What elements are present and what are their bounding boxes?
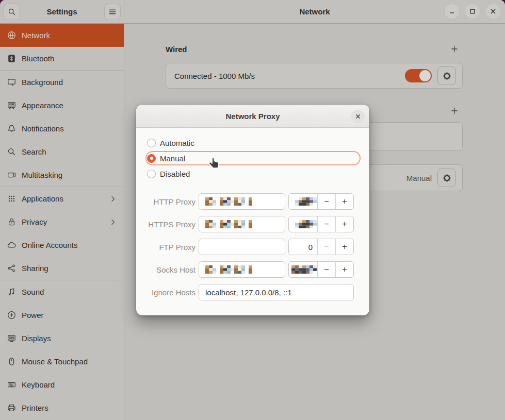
port-increment-button[interactable]: + <box>336 216 353 232</box>
online-accounts-icon <box>7 241 16 249</box>
chevron-right-icon <box>109 195 117 203</box>
sidebar-item-label: Search <box>22 147 46 156</box>
wired-connection-row[interactable]: Connected - 1000 Mb/s <box>166 63 463 89</box>
minimize-icon <box>448 7 456 15</box>
search-item-icon <box>7 147 16 156</box>
https-proxy-port-spinbutton[interactable]: −+ <box>288 216 354 232</box>
printers-icon <box>7 404 16 412</box>
power-icon <box>7 311 16 320</box>
sidebar-item-power[interactable]: Power <box>0 304 124 327</box>
port-increment-button[interactable]: + <box>336 194 353 209</box>
https-proxy-input[interactable] <box>199 216 285 232</box>
input-value: localhost, 127.0.0.0/8, ::1 <box>205 288 292 297</box>
socks-host-input[interactable] <box>199 261 285 278</box>
sidebar-item-sound[interactable]: Sound <box>0 280 124 304</box>
field-row-http-proxy: HTTP Proxy−+ <box>136 193 369 210</box>
sidebar-item-mouse-touchpad[interactable]: Mouse & Touchpad <box>0 350 124 373</box>
sidebar-item-label: Printers <box>22 404 48 412</box>
sidebar-item-notifications[interactable]: Notifications <box>0 117 124 140</box>
plus-icon <box>450 45 459 53</box>
port-value: 0 <box>289 239 318 255</box>
sidebar-item-displays[interactable]: Displays <box>0 327 124 350</box>
sidebar-item-privacy[interactable]: Privacy <box>0 210 124 233</box>
sidebar-item-label: Online Accounts <box>22 241 77 249</box>
ignore-hosts-input[interactable]: localhost, 127.0.0.0/8, ::1 <box>199 284 354 300</box>
sidebar-item-search[interactable]: Search <box>0 140 124 163</box>
proxy-settings-button[interactable] <box>437 169 456 187</box>
wired-section-header: Wired <box>166 41 463 57</box>
sidebar-item-sharing[interactable]: Sharing <box>0 257 124 280</box>
redacted-pixelation <box>205 265 252 274</box>
sidebar-headerbar: Settings <box>0 0 124 23</box>
minimize-button[interactable] <box>445 4 459 19</box>
dialog-close-button[interactable] <box>351 110 365 123</box>
proxy-option-automatic[interactable]: Automatic <box>145 136 361 150</box>
sidebar-item-bluetooth[interactable]: Bluetooth <box>0 47 124 70</box>
sidebar: NetworkBluetoothBackgroundAppearanceNoti… <box>0 24 124 420</box>
wired-toggle-knob <box>419 70 431 81</box>
field-label: Ignore Hosts <box>136 288 196 297</box>
primary-menu-button[interactable] <box>104 4 121 20</box>
redacted-pixelation <box>205 220 252 228</box>
field-label: HTTP Proxy <box>136 197 196 206</box>
port-decrement-button[interactable]: − <box>318 216 336 232</box>
proxy-option-manual[interactable]: Manual <box>145 151 361 165</box>
sidebar-item-label: Sharing <box>22 264 48 273</box>
wired-settings-button[interactable] <box>437 66 456 85</box>
add-wired-connection-button[interactable] <box>446 41 463 57</box>
proxy-form: HTTP Proxy−+HTTPS Proxy−+FTP Proxy0−+Soc… <box>136 193 369 307</box>
sidebar-item-label: Appearance <box>22 101 63 110</box>
sidebar-item-keyboard[interactable]: Keyboard <box>0 373 124 396</box>
network-proxy-dialog: Network Proxy AutomaticManualDisabled HT… <box>136 105 369 315</box>
sidebar-item-printers[interactable]: Printers <box>0 396 124 419</box>
http-proxy-input[interactable] <box>199 193 285 210</box>
notifications-icon <box>7 124 16 133</box>
headerbar: Settings Network <box>0 0 505 24</box>
multitasking-icon <box>7 171 16 179</box>
socks-host-port-spinbutton[interactable]: −+ <box>288 261 354 278</box>
sidebar-item-background[interactable]: Background <box>0 71 124 94</box>
hamburger-menu-icon <box>108 8 117 16</box>
port-decrement-button[interactable]: − <box>318 194 336 209</box>
sharing-icon <box>7 264 16 273</box>
radio-unchecked-icon[interactable] <box>147 139 156 147</box>
port-increment-button[interactable]: + <box>336 239 353 255</box>
sidebar-item-network[interactable]: Network <box>0 24 124 47</box>
sidebar-item-label: Notifications <box>22 124 64 133</box>
proxy-option-label: Automatic <box>160 139 194 147</box>
sidebar-item-multitasking[interactable]: Multitasking <box>0 163 124 187</box>
proxy-option-label: Manual <box>160 154 185 163</box>
port-decrement-button[interactable]: − <box>318 262 336 277</box>
maximize-button[interactable] <box>465 4 480 19</box>
proxy-option-disabled[interactable]: Disabled <box>145 166 361 181</box>
add-vpn-button[interactable] <box>446 103 463 119</box>
sidebar-item-label: Multitasking <box>22 171 62 179</box>
field-label: Socks Host <box>136 265 196 274</box>
desktop: Settings Network NetworkBluetoothBackgro… <box>0 0 505 420</box>
port-decrement-button[interactable]: − <box>318 239 336 255</box>
network-icon <box>7 31 16 40</box>
dialog-headerbar: Network Proxy <box>136 105 369 128</box>
field-row-socks-host: Socks Host−+ <box>136 261 369 278</box>
background-icon <box>7 78 16 87</box>
bluetooth-icon <box>7 54 16 63</box>
sidebar-item-label: Keyboard <box>22 380 55 389</box>
port-increment-button[interactable]: + <box>336 262 353 277</box>
sidebar-item-online-accounts[interactable]: Online Accounts <box>0 233 124 257</box>
close-button[interactable] <box>486 4 500 19</box>
ftp-proxy-port-spinbutton[interactable]: 0−+ <box>288 239 354 255</box>
proxy-mode-value: Manual <box>406 174 432 182</box>
appearance-icon <box>7 101 16 110</box>
sidebar-item-appearance[interactable]: Appearance <box>0 94 124 117</box>
sidebar-item-label: Privacy <box>22 217 47 226</box>
radio-checked-icon[interactable] <box>147 154 156 163</box>
redacted-pixelation <box>291 265 317 274</box>
gear-icon <box>443 72 451 80</box>
wired-toggle[interactable] <box>405 69 432 82</box>
http-proxy-port-spinbutton[interactable]: −+ <box>288 193 354 210</box>
sidebar-item-applications[interactable]: Applications <box>0 187 124 210</box>
ftp-proxy-input[interactable] <box>199 239 285 255</box>
field-label: HTTPS Proxy <box>136 220 196 229</box>
proxy-mode-options: AutomaticManualDisabled <box>136 128 369 182</box>
radio-unchecked-icon[interactable] <box>147 170 156 178</box>
